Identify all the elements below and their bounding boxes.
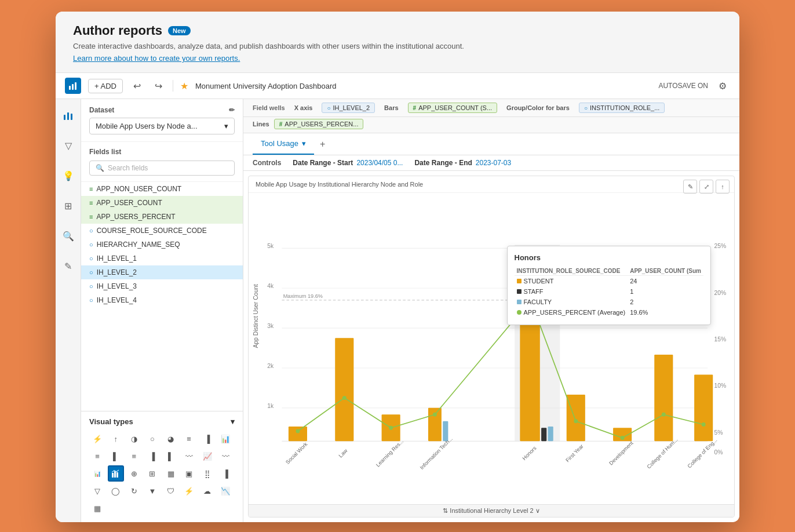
- add-tab-button[interactable]: +: [314, 134, 331, 154]
- svg-text:College of Eng...: College of Eng...: [687, 438, 719, 469]
- vt-funnel[interactable]: ▽: [89, 483, 105, 499]
- vt-area[interactable]: 📈: [199, 448, 216, 464]
- group-color-field[interactable]: ○ INSTITUTION_ROLE_...: [579, 103, 665, 113]
- vt-hstack[interactable]: ≡: [126, 448, 142, 464]
- field-item-ih_level_2[interactable]: ○IH_LEVEL_2: [81, 265, 243, 279]
- vt-line2[interactable]: 〰: [217, 448, 234, 464]
- vt-custom[interactable]: ▼: [144, 483, 161, 499]
- vt-circle[interactable]: ○: [144, 431, 161, 447]
- vt-heat[interactable]: ⊞: [144, 465, 161, 482]
- learn-more-link[interactable]: Learn more about how to create your own …: [73, 54, 240, 63]
- vt-cloud[interactable]: ☁: [199, 483, 216, 499]
- vt-bar-group[interactable]: ▐: [199, 431, 216, 447]
- redo-button[interactable]: ↪: [151, 78, 166, 94]
- field-item-ih_level_4[interactable]: ○IH_LEVEL_4: [81, 293, 243, 307]
- filter-icon[interactable]: ▽: [59, 136, 78, 155]
- search-icon: 🔍: [96, 164, 104, 172]
- vt-dots[interactable]: ⣿: [199, 465, 216, 482]
- svg-rect-38: [567, 395, 585, 441]
- vt-shield[interactable]: 🛡: [163, 483, 179, 499]
- svg-text:App Distinct User Count: App Distinct User Count: [253, 284, 259, 348]
- svg-rect-0: [69, 86, 71, 90]
- export-chart-button[interactable]: ↑: [716, 180, 730, 194]
- vt-hbar2[interactable]: ≡: [89, 448, 105, 464]
- star-icon[interactable]: ★: [180, 81, 188, 92]
- svg-point-47: [574, 419, 578, 423]
- header-banner: Author reports New Create interactive da…: [56, 12, 739, 73]
- visual-types-collapse-icon: ▾: [231, 417, 235, 426]
- vt-bar[interactable]: 📊: [217, 431, 234, 447]
- x-axis-footer-icon: ⇅: [443, 507, 448, 514]
- fields-list: ≡APP_NON_USER_COUNT≡APP_USER_COUNT≡APP_U…: [81, 182, 243, 411]
- svg-rect-30: [289, 427, 307, 441]
- field-item-course_role_source_code[interactable]: ○COURSE_ROLE_SOURCE_CODE: [81, 224, 243, 238]
- pencil-icon[interactable]: ✎: [59, 257, 78, 275]
- group-color-label: Group/Color for bars: [506, 104, 570, 111]
- chart-icon[interactable]: [59, 106, 78, 125]
- vt-bolt2[interactable]: ⚡: [181, 483, 197, 499]
- vt-pivot[interactable]: ▐: [217, 465, 234, 482]
- field-item-app_users_percent[interactable]: ≡APP_USERS_PERCENT: [81, 210, 243, 224]
- tooltip-node: Honors: [515, 253, 703, 262]
- dataset-label: Dataset: [89, 106, 114, 114]
- date-start-control: Date Range - Start 2023/04/05 0...: [293, 159, 403, 167]
- chart-svg: 5k 4k 3k 2k 1k 25% 20% 15% 10% 5% 0%: [249, 193, 734, 516]
- vt-hbar[interactable]: ≡: [181, 431, 197, 447]
- vt-word[interactable]: ◯: [108, 483, 124, 499]
- vt-donut[interactable]: ◑: [126, 431, 142, 447]
- vt-col3[interactable]: ▌: [163, 448, 179, 464]
- lines-field[interactable]: # APP_USERS_PERCEN...: [274, 119, 364, 129]
- settings-panel-icon[interactable]: ⊞: [59, 196, 78, 215]
- fields-section: Fields list 🔍 Search fields: [81, 142, 243, 182]
- vt-map[interactable]: ▣: [181, 465, 197, 482]
- field-item-app_user_count[interactable]: ≡APP_USER_COUNT: [81, 196, 243, 210]
- chart-title: Mobile App Usage by Institutional Hierar…: [249, 176, 734, 193]
- search-input[interactable]: 🔍 Search fields: [89, 161, 235, 176]
- field-wells-label: Field wells: [253, 104, 285, 111]
- field-item-ih_level_1[interactable]: ○IH_LEVEL_1: [81, 252, 243, 265]
- vt-bar-line[interactable]: 📊: [89, 465, 105, 482]
- search-panel-icon[interactable]: 🔍: [59, 227, 78, 245]
- bars-field[interactable]: # APP_USER_COUNT (S...: [408, 103, 498, 113]
- tooltip-row-percent: APP_USERS_PERCENT (Average) 19.6%: [515, 307, 703, 318]
- vt-vstack[interactable]: ▐: [144, 448, 161, 464]
- undo-button[interactable]: ↩: [130, 78, 144, 94]
- expand-chart-button[interactable]: ⤢: [699, 180, 713, 194]
- vt-line[interactable]: 〰: [181, 448, 197, 464]
- date-end-control: Date Range - End 2023-07-03: [414, 159, 511, 167]
- vt-scatter[interactable]: ⊕: [126, 465, 142, 482]
- field-item-ih_level_3[interactable]: ○IH_LEVEL_3: [81, 279, 243, 293]
- vt-arrow-up[interactable]: ↑: [108, 431, 124, 447]
- add-button[interactable]: + ADD: [88, 79, 123, 93]
- vt-custom2[interactable]: ▦: [89, 500, 105, 516]
- vt-bar-line-active[interactable]: [108, 465, 124, 482]
- svg-rect-6: [112, 473, 114, 478]
- chart-container: Mobile App Usage by Institutional Hierar…: [248, 176, 735, 518]
- visual-types-label: Visual types: [89, 417, 133, 426]
- svg-text:3k: 3k: [267, 323, 274, 329]
- edit-chart-button[interactable]: ✎: [683, 180, 697, 194]
- settings-icon[interactable]: ⚙: [715, 78, 730, 94]
- tooltip-row-staff: STAFF 1: [515, 286, 703, 297]
- edit-icon[interactable]: ✏: [229, 106, 235, 114]
- x-axis-field[interactable]: ○ IH_LEVEL_2: [322, 103, 375, 113]
- vt-pie[interactable]: ◕: [163, 431, 179, 447]
- tab-tool-usage[interactable]: Tool Usage ▾: [253, 133, 314, 155]
- svg-rect-41: [694, 374, 713, 441]
- svg-text:5%: 5%: [714, 429, 723, 436]
- dataset-select[interactable]: Mobile App Users by Node a... ▾: [89, 118, 235, 134]
- vt-tree[interactable]: ▦: [163, 465, 179, 482]
- vt-area2[interactable]: 📉: [217, 483, 234, 499]
- field-item-hierarchy_name_seq[interactable]: ○HIERARCHY_NAME_SEQ: [81, 238, 243, 252]
- chart-area: Mobile App Usage by Institutional Hierar…: [243, 171, 739, 522]
- visual-types-header[interactable]: Visual types ▾: [89, 417, 235, 426]
- field-item-app_non_user_count[interactable]: ≡APP_NON_USER_COUNT: [81, 182, 243, 196]
- svg-text:Social Work: Social Work: [285, 441, 309, 465]
- vt-gauge[interactable]: ↻: [126, 483, 142, 499]
- vt-col2[interactable]: ▌: [108, 448, 124, 464]
- svg-text:4k: 4k: [267, 283, 274, 289]
- svg-point-43: [342, 396, 347, 400]
- vt-bolt[interactable]: ⚡: [89, 431, 105, 447]
- svg-rect-8: [116, 472, 118, 478]
- lightbulb-icon[interactable]: 💡: [59, 166, 78, 185]
